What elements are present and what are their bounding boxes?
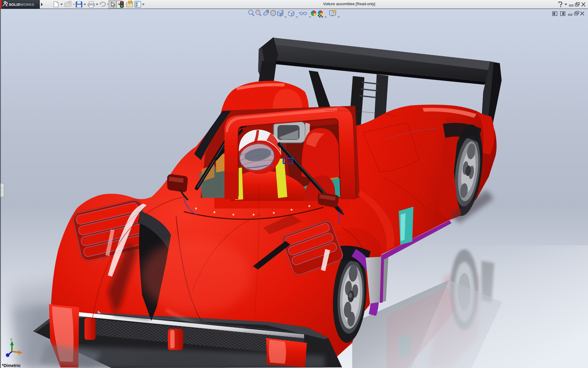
svg-text:Y: Y [10,338,13,342]
svg-text:*Dimetric: *Dimetric [2,363,21,368]
svg-text:‹: ‹ [1,187,2,190]
svg-text:‹: ‹ [1,191,2,194]
